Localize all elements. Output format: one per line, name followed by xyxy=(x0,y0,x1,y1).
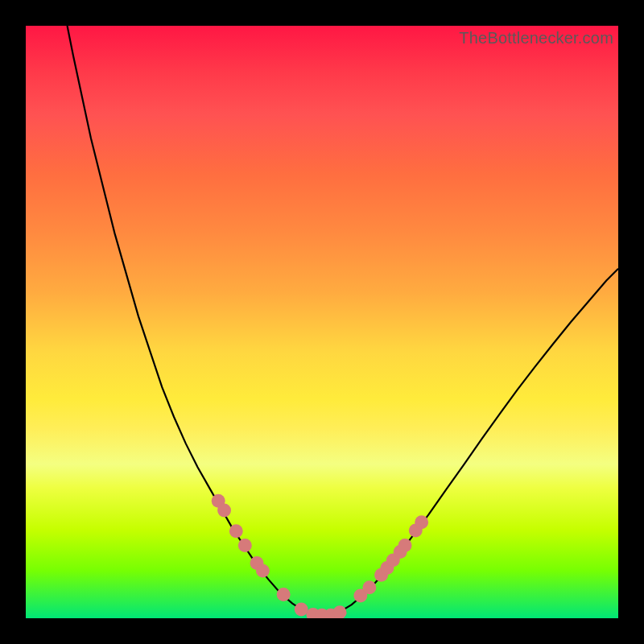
data-point xyxy=(333,605,347,618)
data-point xyxy=(229,524,243,538)
data-point xyxy=(217,504,231,518)
data-point xyxy=(362,580,376,594)
data-point xyxy=(295,602,308,616)
data-point xyxy=(398,539,412,552)
data-point xyxy=(238,539,252,552)
data-point xyxy=(277,588,291,601)
data-point xyxy=(256,564,270,578)
data-point xyxy=(415,515,428,529)
plot-gradient-area: TheBottlenecker.com xyxy=(26,26,618,618)
data-dots xyxy=(212,494,428,618)
bottleneck-curve xyxy=(68,26,618,615)
bottleneck-chart: TheBottlenecker.com xyxy=(0,0,644,644)
chart-svg xyxy=(26,26,618,618)
